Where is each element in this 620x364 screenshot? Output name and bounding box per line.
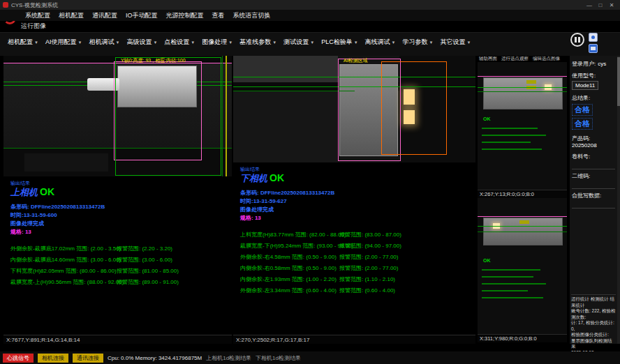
edge-line	[226, 56, 227, 176]
preview-column: 辅助画面 运行选点观察 编辑选点图像 OK X:267;Y:13;R:0;G:0…	[478, 56, 567, 343]
preview-header-item[interactable]: 编辑选点图像	[533, 56, 560, 62]
camera-connection-badge: 相机连接	[38, 354, 68, 363]
comm-connection-badge: 通讯连接	[73, 354, 103, 363]
tab-ai-config[interactable]: AI使用配置▼	[42, 36, 85, 48]
tab-offline-debug[interactable]: 离线调试▼	[362, 36, 399, 48]
lower-camera-image[interactable]: AI检测区域	[233, 56, 475, 162]
time-line: 时间:13-31-59-600	[10, 211, 57, 219]
preview-ok-label: OK	[483, 258, 491, 263]
camera-result-title: 下相机OK	[240, 172, 284, 185]
lower-camera-panel: AI检测区域 输出结果 下相机OK 条形码: DFFline2025020813…	[233, 56, 475, 344]
pause-icon	[578, 37, 580, 43]
batch-write-field[interactable]	[572, 201, 615, 208]
process-line: 图像处理完成	[10, 220, 44, 227]
model-label: 使用型号:	[572, 72, 596, 79]
total-result-value: 合格	[572, 104, 593, 116]
pause-button[interactable]	[570, 33, 584, 47]
login-user-label: 登录用户:	[572, 60, 596, 68]
preview-ok-label: OK	[483, 116, 491, 121]
roll-number-label: 卷料号:	[572, 153, 590, 160]
pixel-coords-right: X:270,Y:2502;R:17,G:17,B:17	[233, 335, 475, 344]
upper-camera-panel: Y轴0:高度: 93 , 相应:内径:100 输出结果 上相机OK 条形码: D…	[3, 56, 232, 344]
measurement-row: 裁膜宽度-上(H)90.56mm 范围: (88.00 - 92.00)报警范围…	[10, 278, 232, 286]
qr-code-label: 二维码:	[572, 172, 590, 180]
app-window: CYS-视觉检测系统 — □ ✕ 系统配置 相机配置 通讯配置 IO手动配置 光…	[0, 0, 620, 364]
chevron-down-icon: ▼	[354, 40, 358, 45]
maximize-button[interactable]: □	[595, 2, 606, 8]
chevron-down-icon: ▼	[115, 40, 119, 45]
scrollbar[interactable]	[617, 56, 620, 344]
upper-camera-image[interactable]: Y轴0:高度: 93 , 相应:内径:100	[3, 56, 232, 176]
total-result-label: 总结果:	[572, 94, 590, 102]
menu-item-light-control-config[interactable]: 光源控制配置	[162, 11, 208, 20]
qr-code-field[interactable]	[572, 181, 615, 189]
menu-item-comm-config[interactable]: 通讯配置	[88, 11, 121, 20]
preview-header-item[interactable]: 运行选点观察	[501, 56, 529, 62]
lower-camera-result-status: 下相机1d检测结果	[256, 354, 301, 362]
tab-camera-debug[interactable]: 相机调试▼	[85, 36, 123, 48]
product-code-label: 产品码:	[572, 135, 590, 142]
menu-item-language-switch[interactable]: 系统语言切换	[229, 11, 275, 20]
measurement-row: 内侧余胶-右0.58mm 范围: (0.50 - 9.00)报警范围: (2.0…	[240, 264, 475, 272]
barcode-line: 条形码: DFFline2025020813313472B	[10, 203, 105, 211]
camera-view-button[interactable]	[589, 33, 598, 42]
measurement-row: 内侧余胶-左1.93mm 范围: (1.00 - 2.20)报警范围: (1.1…	[240, 275, 475, 283]
measurement-row: 下料宽度(H)82.05mm 范围: (80.00 - 86.00)报警范围: …	[10, 267, 232, 275]
preview-header: 辅助画面 运行选点观察 编辑选点图像	[478, 56, 567, 62]
chevron-down-icon: ▼	[191, 40, 195, 45]
preview-top-coords: X:267;Y:13;R:0;G:0;B:0	[478, 190, 567, 198]
menu-item-view[interactable]: 查看	[208, 11, 229, 20]
tab-test-settings[interactable]: 测试设置▼	[280, 36, 318, 48]
menu-item-io-manual-config[interactable]: IO手动配置	[121, 11, 162, 20]
tab-baseline-params[interactable]: 基准线参数▼	[236, 36, 280, 48]
measurement-row: 外侧余胶-左3.34mm 范围: (0.60 - 4.00)报警范围: (0.6…	[240, 287, 475, 294]
tab-plc-checklist[interactable]: PLC检验单▼	[318, 36, 361, 48]
preview-bottom-image[interactable]: OK	[478, 198, 567, 334]
chevron-down-icon: ▼	[310, 40, 314, 45]
tab-image-processing[interactable]: 图像处理▼	[198, 36, 236, 48]
chevron-down-icon: ▼	[429, 40, 434, 45]
heartbeat-status-badge: 心跳信号	[3, 354, 34, 363]
chevron-down-icon: ▼	[34, 40, 38, 45]
measurement-row: 外侧余胶-右4.58mm 范围: (0.50 - 9.00)报警范围: (2.0…	[240, 253, 475, 261]
app-icon	[3, 2, 8, 8]
roi-rect-green	[115, 57, 221, 176]
stats-line: 账号计数: 222, 检验检测次数:	[571, 308, 616, 320]
pause-icon	[575, 37, 577, 43]
scrollbar-thumb[interactable]	[617, 57, 620, 106]
preview-bottom-coords: X:311;Y:980;R:0;G:0;B:0	[478, 334, 567, 342]
stats-line: 检验图像分类统计:	[571, 332, 616, 338]
preview-header-item[interactable]: 辅助画面	[479, 56, 497, 62]
minimize-button[interactable]: —	[584, 2, 595, 8]
title-bar: CYS-视觉检测系统 — □ ✕	[0, 0, 620, 10]
stats-line: 计: 17, 检验分类统计: 0,	[571, 320, 616, 332]
ai-region-label: AI检测区域	[344, 57, 368, 64]
close-button[interactable]: ✕	[606, 2, 617, 8]
roll-number-field[interactable]	[572, 162, 615, 169]
tab-spot-check[interactable]: 点检设置▼	[161, 36, 198, 48]
tab-other-settings[interactable]: 其它设置▼	[437, 36, 475, 48]
info-panel: 登录用户: cys 使用型号: Mode11 总结果: 合格 合格 产品码: 2…	[570, 56, 617, 344]
measure-overlay-text: Y轴0:高度: 93 , 相应:内径:100	[121, 57, 186, 64]
camera-result-title: 上相机OK	[10, 186, 54, 199]
spec-line: 规格: 13	[240, 214, 261, 222]
monitor-view-button[interactable]	[589, 44, 598, 53]
measurement-row: 外侧余胶-裁膜底17.02mm 范围: (2.00 - 3.50)报警范围: (…	[10, 245, 232, 252]
tab-advanced-settings[interactable]: 高级设置▼	[123, 36, 161, 48]
login-user-value: cys	[598, 61, 606, 67]
toolbar: 相机配置▼ AI使用配置▼ 相机调试▼ 高级设置▼ 点检设置▼ 图像处理▼ 基准…	[0, 32, 620, 56]
cpu-memory-status: Cpu: 0.0% Memory: 3424.41796875M	[108, 355, 202, 361]
barcode-line: 条形码: DFFline2025020813313472B	[240, 189, 334, 197]
measurement-row: 内侧余胶-裁膜底14.60mm 范围: (3.00 - 6.00)报警范围: (…	[10, 256, 232, 264]
tab-camera-config[interactable]: 相机配置▼	[4, 36, 42, 48]
chevron-down-icon: ▼	[228, 40, 232, 45]
window-title: CYS-视觉检测系统	[11, 1, 58, 9]
measurement-row: 裁膜宽度-下(H)95.24mm 范围: (93.00 - 98.00)报警范围…	[240, 242, 475, 250]
preview-top-image[interactable]: OK	[478, 62, 567, 190]
pixel-coords-left: X:7677,Y:891;R:14,G:14,B:14	[3, 335, 232, 344]
model-value-box[interactable]: Mode11	[572, 81, 598, 90]
menu-item-camera-config[interactable]: 相机配置	[54, 11, 88, 20]
tab-learning-params[interactable]: 学习参数▼	[399, 36, 437, 48]
menu-item-system-config[interactable]: 系统配置	[21, 11, 54, 20]
upper-camera-result-status: 上相机1d检测结果	[206, 354, 251, 362]
